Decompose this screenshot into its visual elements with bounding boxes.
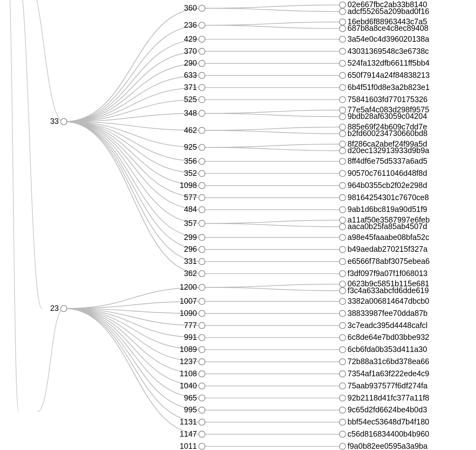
tree-node[interactable] xyxy=(339,195,346,201)
node-label: adcf55265a209bad0f16 xyxy=(348,7,429,16)
node-label: b49aedab270215f327a xyxy=(348,245,427,253)
node-label: 236 xyxy=(184,21,197,29)
tree-link xyxy=(202,284,343,288)
tree-node[interactable] xyxy=(199,259,205,265)
tree-node[interactable] xyxy=(199,60,205,67)
tree-node[interactable] xyxy=(199,207,205,213)
node-label: 1108 xyxy=(180,369,197,378)
tree-node[interactable] xyxy=(199,220,205,227)
tree-node[interactable] xyxy=(199,110,205,116)
node-label: 90570c7611046d48f8d xyxy=(348,169,427,177)
tree-node[interactable] xyxy=(339,207,346,213)
tree-link xyxy=(64,122,202,274)
tree-node[interactable] xyxy=(339,158,346,165)
tree-node[interactable] xyxy=(339,383,346,389)
tree-node[interactable] xyxy=(199,270,205,277)
tree-node[interactable] xyxy=(339,347,346,353)
tree-node[interactable] xyxy=(199,144,205,151)
tree-node[interactable] xyxy=(199,298,205,304)
tree-node[interactable] xyxy=(339,224,346,230)
tree-node[interactable] xyxy=(199,48,205,54)
tree-node[interactable] xyxy=(199,22,205,28)
tree-node[interactable] xyxy=(199,383,205,389)
tree-node[interactable] xyxy=(339,281,346,287)
tree-node[interactable] xyxy=(339,107,346,113)
tree-node[interactable] xyxy=(199,5,205,11)
tree-node[interactable] xyxy=(339,141,346,147)
tree-node[interactable] xyxy=(339,114,346,120)
tree-link xyxy=(202,22,343,26)
tree-node[interactable] xyxy=(199,96,205,103)
tree-node[interactable] xyxy=(339,60,346,67)
node-label: a98e45faaabe08bfa52c xyxy=(348,233,429,241)
tree-link xyxy=(24,0,64,122)
tree-node[interactable] xyxy=(199,347,205,353)
tree-node[interactable] xyxy=(199,407,205,413)
tree-node[interactable] xyxy=(199,84,205,91)
tree-node[interactable] xyxy=(339,124,346,130)
tree-node[interactable] xyxy=(339,335,346,341)
tree-node[interactable] xyxy=(61,305,67,312)
tree-node[interactable] xyxy=(339,131,346,137)
tree-node[interactable] xyxy=(199,36,205,42)
tree-node[interactable] xyxy=(199,170,205,176)
tree-node[interactable] xyxy=(339,298,346,304)
tree-node[interactable] xyxy=(199,443,205,449)
tree-node[interactable] xyxy=(339,419,346,425)
tree-node[interactable] xyxy=(199,419,205,425)
node-label: bbf54ec53648d7b4f180 xyxy=(348,417,429,426)
node-label: f3df097f9a07f1f068013 xyxy=(348,269,427,278)
node-label: 524fa132dfb6611ff5bb4 xyxy=(348,59,430,67)
tree-node[interactable] xyxy=(339,182,346,189)
tree-node[interactable] xyxy=(339,371,346,377)
tree-node[interactable] xyxy=(339,96,346,103)
tree-node[interactable] xyxy=(199,310,205,316)
node-label: 6c8de64e7bd03bbe932 xyxy=(348,333,429,341)
tree-node[interactable] xyxy=(339,73,346,79)
tree-node[interactable] xyxy=(339,170,346,176)
tree-node[interactable] xyxy=(199,371,205,377)
tree-node[interactable] xyxy=(339,148,346,154)
tree-link xyxy=(17,0,42,308)
tree-node[interactable] xyxy=(339,2,346,8)
tree-node[interactable] xyxy=(339,310,346,316)
node-label: 484 xyxy=(184,205,197,213)
tree-node[interactable] xyxy=(339,395,346,401)
tree-node[interactable] xyxy=(339,26,346,32)
tree-node[interactable] xyxy=(339,407,346,413)
tree-node[interactable] xyxy=(339,48,346,54)
tree-node[interactable] xyxy=(339,84,346,91)
tree-node[interactable] xyxy=(339,431,346,437)
tree-node[interactable] xyxy=(339,259,346,265)
tree-node[interactable] xyxy=(339,322,346,329)
tree-node[interactable] xyxy=(199,73,205,79)
tree-node[interactable] xyxy=(199,158,205,165)
tree-node[interactable] xyxy=(339,234,346,241)
tree-node[interactable] xyxy=(199,359,205,365)
tree-node[interactable] xyxy=(339,246,346,253)
tree-node[interactable] xyxy=(199,127,205,134)
tree-node[interactable] xyxy=(339,8,346,15)
tree-node[interactable] xyxy=(339,217,346,223)
tree-node[interactable] xyxy=(199,284,205,290)
tree-node[interactable] xyxy=(61,119,67,125)
tree-node[interactable] xyxy=(199,322,205,329)
tree-node[interactable] xyxy=(199,335,205,341)
tree-node[interactable] xyxy=(339,36,346,42)
tree-node[interactable] xyxy=(199,431,205,437)
tree-node[interactable] xyxy=(339,19,346,25)
tree-node[interactable] xyxy=(199,182,205,189)
tree-node[interactable] xyxy=(339,443,346,449)
node-label: 777 xyxy=(184,321,197,330)
node-label: 98164254301c7670ce8 xyxy=(348,193,429,202)
tree-node[interactable] xyxy=(339,359,346,365)
tree-node[interactable] xyxy=(199,246,205,253)
tree-link xyxy=(202,25,343,29)
tree-node[interactable] xyxy=(339,270,346,277)
tree-node[interactable] xyxy=(199,395,205,401)
node-label: 995 xyxy=(184,405,197,414)
node-label: 38833987fee70dda87b xyxy=(348,309,427,317)
tree-node[interactable] xyxy=(339,288,346,294)
tree-node[interactable] xyxy=(199,195,205,201)
tree-node[interactable] xyxy=(199,234,205,241)
